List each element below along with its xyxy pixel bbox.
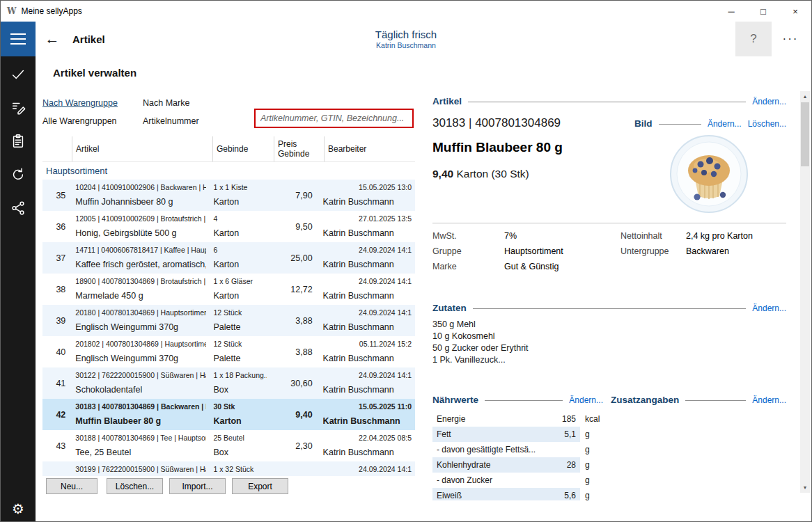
main-content: Artikel verwalten Nach Warengruppe Nach … — [36, 56, 811, 521]
article-price: 9,40 Karton (30 Stk) — [432, 168, 529, 180]
price-cell: 30,60 — [270, 367, 320, 399]
scroll-up-icon[interactable]: ▲ — [800, 91, 810, 102]
table-row[interactable]: 42 30183 | 4007801304869 | Backwaren | H… — [42, 399, 415, 430]
gebinde-type: Box — [213, 385, 266, 395]
col-header-bearbeiter[interactable]: Bearbeiter — [325, 136, 415, 161]
detail-artikel-section: Artikel Ändern... — [432, 96, 786, 106]
ingredient-line: 50 g Zucker oder Erythrit — [432, 342, 641, 354]
nutrition-row: Fett 5,1 g — [432, 427, 612, 442]
section-divider — [659, 124, 701, 125]
sync-icon[interactable] — [9, 166, 27, 184]
ingredient-line: 350 g Mehl — [432, 319, 641, 331]
edit-date: 24.09.2024 14:1 — [323, 465, 412, 473]
ingredient-line: 1 Pk. Vanillezuck... — [432, 354, 641, 366]
col-header-gebinde[interactable]: Gebinde — [213, 136, 274, 161]
article-image — [669, 134, 749, 214]
article-title: Muffin Blaubeer 80 g — [432, 140, 563, 155]
bild-aendern-link[interactable]: Ändern... — [708, 119, 742, 129]
help-button[interactable]: ? — [735, 22, 772, 56]
row-number: 36 — [42, 211, 72, 242]
price-cell — [270, 461, 320, 476]
minimize-button[interactable]: ─ — [715, 1, 747, 22]
gear-icon[interactable]: ⚙ — [12, 502, 24, 516]
table-row[interactable]: 41 30122 | 7622200015900 | Süßwaren | Ha… — [42, 367, 415, 399]
zutaten-section: Zutaten Ändern... — [432, 303, 786, 313]
nutrient-label: Eiweiß — [432, 491, 548, 500]
price-cell: 7,90 — [270, 180, 320, 211]
filter-by-warengruppe[interactable]: Nach Warengruppe — [42, 98, 118, 108]
gebinde-meta: 30 Stk — [213, 402, 266, 411]
zusatzangaben-aendern-link[interactable]: Ändern... — [752, 395, 786, 405]
table-row[interactable]: 40 201802 | 4007801304869 | Hauptsortime… — [42, 336, 415, 367]
gebinde-type: Palette — [213, 322, 266, 332]
col-header-number — [42, 136, 72, 161]
edit-document-icon[interactable] — [9, 99, 27, 117]
nutrition-row-band: Kohlenhydrate 28 — [432, 457, 580, 473]
search-input[interactable] — [254, 109, 414, 128]
scroll-down-icon[interactable]: ▼ — [800, 482, 810, 493]
nutrient-value: 28 — [548, 460, 580, 470]
col-header-artikel[interactable]: Artikel — [72, 136, 213, 161]
mwst-label: MwSt. — [432, 231, 457, 241]
filter-by-marke[interactable]: Nach Marke — [143, 98, 189, 108]
article-cell: 12005 | 4100910002609 | Brotaufstrich | … — [72, 211, 210, 242]
table-row[interactable]: 38 18900 | 4007801304869 | Brotaufstrich… — [42, 274, 415, 305]
gebinde-type: Karton — [213, 291, 266, 301]
close-button[interactable]: × — [779, 1, 811, 22]
more-options-button[interactable]: ··· — [774, 22, 807, 56]
article-meta: 30183 | 4007801304869 | Backwaren | Hau.… — [75, 402, 206, 411]
maximize-button[interactable]: □ — [747, 1, 779, 22]
app-header: ← Artikel Täglich frisch Katrin Buschman… — [1, 22, 811, 56]
table-row[interactable]: 30199 | 7622200015900 | Süßwaren | Hau..… — [42, 461, 415, 476]
gebinde-cell: 4 Karton — [210, 211, 270, 242]
window-controls: ─ □ × — [715, 1, 811, 22]
editor-name: Katrin Buschmann — [323, 197, 412, 207]
nettoinhalt-label: Nettoinhalt — [620, 231, 662, 241]
article-cell: 30199 | 7622200015900 | Süßwaren | Hau..… — [72, 461, 210, 476]
table-row[interactable]: 37 14711 | 04006067818417 | Kaffee | Hau… — [42, 242, 415, 274]
page-title: Artikel — [72, 22, 105, 56]
row-number: 40 — [42, 336, 72, 367]
scrollbar-thumb[interactable] — [801, 102, 809, 166]
zutaten-heading: Zutaten — [432, 303, 467, 313]
article-cell: 20180 | 4007801304869 | Hauptsortiment E… — [72, 305, 210, 336]
bearbeiter-cell: 24.09.2024 14:1 Katrin Buschmann — [320, 367, 415, 399]
editor-name: Katrin Buschmann — [323, 260, 412, 269]
artikel-aendern-link[interactable]: Ändern... — [752, 97, 786, 106]
edit-date: 15.05.2025 11:0 — [323, 402, 412, 411]
menu-button[interactable] — [1, 22, 36, 56]
new-button[interactable]: Neu... — [46, 478, 97, 494]
nutrition-row-band: - davon Zucker — [432, 473, 580, 488]
clipboard-icon[interactable] — [9, 132, 27, 150]
article-cell: 30122 | 7622200015900 | Süßwaren | Haup.… — [72, 367, 210, 399]
warengruppe-select[interactable]: Alle Warengruppen — [42, 116, 117, 126]
import-button[interactable]: Import... — [169, 478, 226, 494]
nutrient-value: 185 — [548, 414, 580, 424]
table-row[interactable]: 43 30188 | 4007801304869 | Tee | Hauptso… — [42, 430, 415, 461]
share-icon[interactable] — [9, 199, 27, 217]
nutrient-label: Energie — [432, 414, 548, 424]
table-row[interactable]: 35 10204 | 4100910002906 | Backwaren | H… — [42, 180, 415, 211]
back-button[interactable]: ← — [41, 22, 63, 56]
naehrwerte-aendern-link[interactable]: Ändern... — [569, 395, 603, 405]
article-meta: 12005 | 4100910002609 | Brotaufstrich | … — [75, 214, 206, 223]
untergruppe-value: Backwaren — [686, 246, 729, 256]
nutrient-label: - davon Zucker — [432, 475, 548, 485]
gebinde-cell: 1 x 1 Kiste Karton — [210, 180, 270, 211]
untergruppe-label: Untergruppe — [620, 246, 669, 256]
detail-scrollbar[interactable]: ▲ ▼ — [800, 91, 810, 493]
check-icon[interactable] — [9, 65, 27, 84]
table-row[interactable]: 36 12005 | 4100910002609 | Brotaufstrich… — [42, 211, 415, 242]
nutrition-table: Energie 185 kcal Fett 5,1 g - davon gesä… — [432, 411, 612, 500]
export-button[interactable]: Export — [232, 478, 288, 494]
bild-loeschen-link[interactable]: Löschen... — [748, 119, 786, 129]
gebinde-cell: 1 x 6 Gläser Karton — [210, 274, 270, 305]
article-cell: 201802 | 4007801304869 | Hauptsortiment.… — [72, 336, 210, 367]
delete-button[interactable]: Löschen... — [107, 478, 163, 494]
customer-name: Täglich frisch — [375, 29, 437, 40]
col-header-preis[interactable]: Preis Gebinde — [274, 136, 325, 161]
zutaten-aendern-link[interactable]: Ändern... — [752, 303, 786, 313]
bearbeiter-cell: 24.09.2024 14:1 Katrin Buschmann — [320, 242, 415, 274]
nutrient-unit: g — [580, 491, 590, 500]
table-row[interactable]: 39 20180 | 4007801304869 | Hauptsortimen… — [42, 305, 415, 336]
